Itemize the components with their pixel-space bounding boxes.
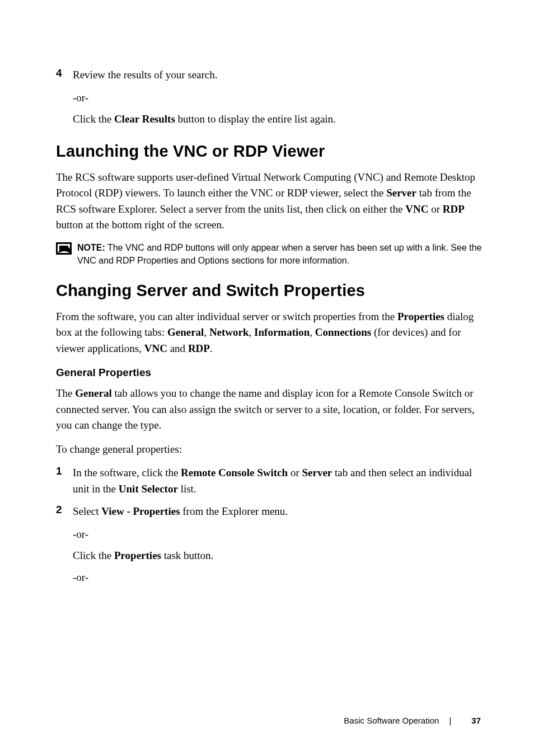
- text: ,: [310, 326, 315, 338]
- to-change-intro: To change general properties:: [56, 442, 484, 458]
- step-4-clear: Click the Clear Results button to displa…: [73, 111, 484, 128]
- server-tab-label: Server: [386, 187, 416, 199]
- text: In the software, click the: [73, 467, 181, 478]
- text: .: [210, 342, 213, 354]
- section2-paragraph: From the software, you can alter individ…: [56, 309, 484, 357]
- text: or: [428, 203, 442, 215]
- text: list.: [178, 483, 196, 495]
- text: ,: [249, 326, 255, 338]
- step-4-or: -or-: [73, 90, 484, 106]
- properties-task-label: Properties: [114, 550, 161, 561]
- text: Click the: [73, 550, 114, 561]
- unit-selector-label: Unit Selector: [119, 483, 178, 495]
- text: button at the bottom right of the screen…: [56, 219, 224, 231]
- step-text: Review the results of your search.: [73, 67, 484, 83]
- page-footer: Basic Software Operation | 37: [344, 716, 481, 725]
- text: or: [288, 467, 302, 478]
- note-body: The VNC and RDP buttons will only appear…: [77, 243, 481, 265]
- properties-label: Properties: [397, 311, 444, 322]
- step-2-click-properties: Click the Properties task button.: [73, 548, 484, 564]
- step-number: 4: [56, 67, 73, 83]
- remote-console-switch-label: Remote Console Switch: [181, 467, 288, 478]
- rdp-label: RDP: [188, 342, 210, 354]
- section1-paragraph: The RCS software supports user-defined V…: [56, 170, 484, 233]
- vnc-label: VNC: [405, 203, 428, 215]
- server-tab-label: Server: [302, 467, 332, 478]
- text: Click the: [73, 113, 114, 125]
- step-text: In the software, click the Remote Consol…: [73, 465, 484, 497]
- connections-label: Connections: [315, 326, 371, 338]
- view-properties-label: View - Properties: [101, 505, 180, 517]
- step-2: 2 Select View - Properties from the Expl…: [56, 504, 484, 520]
- text: and: [167, 342, 188, 354]
- network-label: Network: [209, 326, 249, 338]
- general-properties-paragraph: The General tab allows you to change the…: [56, 386, 484, 434]
- step-2-or-1: -or-: [73, 527, 484, 543]
- text: Select: [73, 505, 101, 517]
- text: button to display the entire list again.: [175, 113, 336, 125]
- step-number: 2: [56, 504, 73, 520]
- general-tab-label: General: [75, 387, 111, 399]
- text: From the software, you can alter individ…: [56, 311, 397, 322]
- step-4: 4 Review the results of your search.: [56, 67, 484, 83]
- step-number: 1: [56, 465, 73, 497]
- text: ,: [204, 326, 209, 338]
- footer-divider: |: [449, 716, 451, 725]
- note-label: NOTE:: [77, 243, 105, 252]
- text: tab allows you to change the name and di…: [56, 387, 475, 431]
- rdp-label: RDP: [443, 203, 465, 215]
- step-2-or-2: -or-: [73, 570, 484, 586]
- heading-changing-properties: Changing Server and Switch Properties: [56, 281, 484, 300]
- information-label: Information: [254, 326, 310, 338]
- step-1: 1 In the software, click the Remote Cons…: [56, 465, 484, 497]
- clear-results-label: Clear Results: [114, 113, 175, 125]
- note-icon: [56, 242, 72, 255]
- subheading-general-properties: General Properties: [56, 367, 484, 379]
- footer-title: Basic Software Operation: [344, 716, 439, 725]
- note-block: NOTE: The VNC and RDP buttons will only …: [56, 241, 484, 267]
- step-text: Select View - Properties from the Explor…: [73, 504, 484, 520]
- text: The: [56, 387, 75, 399]
- note-text: NOTE: The VNC and RDP buttons will only …: [77, 241, 484, 267]
- general-label: General: [167, 326, 204, 338]
- text: from the Explorer menu.: [180, 505, 288, 517]
- vnc-label: VNC: [144, 342, 167, 354]
- text: task button.: [161, 550, 213, 561]
- heading-launching-vnc-rdp: Launching the VNC or RDP Viewer: [56, 142, 484, 161]
- page-number: 37: [471, 716, 481, 725]
